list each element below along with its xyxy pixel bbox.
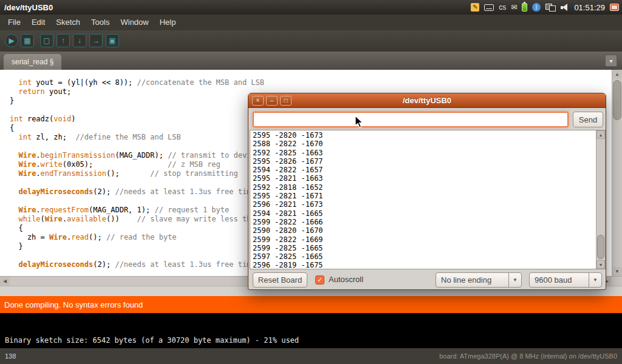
- footer-bar: 138 board: ATmega328P(A) @ 8 MHz (intern…: [0, 348, 622, 364]
- save-sketch-button[interactable]: ↓: [73, 34, 86, 47]
- autoscroll-label[interactable]: Autoscroll: [329, 275, 363, 284]
- minimize-button[interactable]: –: [266, 96, 278, 106]
- keyboard-layout-indicator[interactable]: cs: [499, 3, 506, 12]
- serial-data-row: 2599 -2822 -1666: [253, 218, 323, 226]
- reset-board-button[interactable]: Reset Board: [253, 272, 307, 288]
- serial-data-row: 2596 -2819 -1675: [253, 261, 323, 269]
- serial-data-row: 2595 -2826 -1677: [253, 157, 323, 166]
- top-panel: /dev/ttyUSB0 ✎cs✉ᛒ01:51:29: [0, 0, 622, 15]
- menu-help[interactable]: Help: [154, 15, 182, 30]
- serial-scroll-up-icon[interactable]: ▲: [596, 130, 605, 139]
- console-text: Binary sketch size: 6542 bytes (of a 307…: [5, 336, 299, 345]
- serial-monitor-titlebar[interactable]: ×–□ /dev/ttyUSB0: [248, 93, 606, 108]
- console-output: Binary sketch size: 6542 bytes (of a 307…: [0, 313, 622, 348]
- system-tray: ✎cs✉ᛒ01:51:29: [471, 0, 619, 15]
- new-sketch-button[interactable]: ▢: [40, 34, 53, 47]
- serial-data-row: 2595 -2821 -1663: [253, 174, 323, 183]
- serial-monitor-title: /dev/ttyUSB0: [248, 93, 606, 108]
- dropdown-arrow-icon[interactable]: ▼: [589, 273, 601, 287]
- new-sketch-icon: ▢: [43, 37, 50, 44]
- serial-data-row: 2590 -2820 -1670: [253, 226, 323, 235]
- menu-window[interactable]: Window: [115, 15, 154, 30]
- editor-scrollbar-thumb[interactable]: [613, 80, 621, 120]
- serial-data-row: 2599 -2825 -1665: [253, 244, 323, 252]
- baud-rate-select[interactable]: 9600 baud ▼: [529, 272, 602, 288]
- menu-sketch[interactable]: Sketch: [50, 15, 86, 30]
- close-button[interactable]: ×: [252, 96, 264, 106]
- mail-icon[interactable]: ✉: [511, 3, 517, 12]
- upload-icon: →: [92, 37, 100, 44]
- serial-output[interactable]: 2595 -2820 -16732588 -2822 -16702592 -28…: [250, 130, 606, 269]
- tab-serial-read[interactable]: serial_read §: [4, 54, 61, 70]
- volume-icon[interactable]: [561, 4, 569, 12]
- bluetooth-icon[interactable]: ᛒ: [532, 3, 541, 12]
- line-ending-select[interactable]: No line ending ▼: [436, 272, 522, 288]
- clock[interactable]: 01:51:29: [574, 3, 605, 12]
- keyboard-icon[interactable]: [484, 4, 494, 11]
- menu-edit[interactable]: Edit: [26, 15, 50, 30]
- panel-window-title: /dev/ttyUSB0: [4, 3, 53, 12]
- baud-rate-value: 9600 baud: [535, 273, 572, 287]
- scroll-down-icon[interactable]: ▼: [612, 267, 622, 276]
- serial-data-row: 2595 -2820 -1673: [253, 131, 323, 140]
- serial-data-row: 2592 -2825 -1663: [253, 149, 323, 157]
- battery-icon[interactable]: [522, 3, 527, 12]
- serial-data-row: 2592 -2818 -1652: [253, 183, 323, 192]
- serial-data-row: 2597 -2825 -1665: [253, 252, 323, 261]
- scroll-left-icon[interactable]: ◀: [0, 277, 10, 286]
- stop-icon: ▦: [24, 37, 30, 44]
- autoscroll-checkbox[interactable]: ✓: [315, 275, 324, 285]
- open-sketch-icon: ↑: [61, 37, 65, 44]
- editor-vertical-scrollbar[interactable]: ▲ ▼: [612, 70, 622, 276]
- session-icon[interactable]: [610, 4, 619, 11]
- board-info: board: ATmega328P(A) @ 8 MHz (internal) …: [439, 352, 617, 360]
- serial-monitor-icon: ▣: [109, 37, 115, 44]
- window-controls: ×–□: [252, 96, 292, 106]
- menu-bar: FileEditSketchToolsWindowHelp: [0, 15, 622, 30]
- open-sketch-button[interactable]: ↑: [56, 34, 70, 47]
- line-ending-value: No line ending: [441, 273, 491, 287]
- send-button[interactable]: Send: [573, 112, 603, 127]
- serial-data-row: 2588 -2822 -1670: [253, 140, 323, 148]
- serial-scrollbar-thumb[interactable]: [597, 235, 604, 259]
- serial-output-lines: 2595 -2820 -16732588 -2822 -16702592 -28…: [253, 131, 323, 269]
- scroll-up-icon[interactable]: ▲: [612, 70, 622, 79]
- tab-label: serial_read §: [12, 58, 53, 66]
- network-icon[interactable]: [545, 4, 556, 12]
- serial-data-row: 2596 -2821 -1673: [253, 200, 323, 209]
- maximize-button[interactable]: □: [280, 96, 292, 106]
- status-message: Done compiling. No syntax errors found: [4, 300, 143, 309]
- menu-file[interactable]: File: [2, 15, 26, 30]
- save-sketch-icon: ↓: [78, 37, 81, 44]
- serial-data-row: 2594 -2822 -1657: [253, 166, 323, 174]
- verify-button[interactable]: ▶: [5, 34, 18, 47]
- stop-button[interactable]: ▦: [21, 34, 34, 47]
- status-bar: Done compiling. No syntax errors found: [0, 296, 622, 313]
- serial-monitor-button[interactable]: ▣: [106, 34, 119, 47]
- tab-bar: serial_read § ▾: [0, 52, 622, 70]
- serial-monitor-window: ×–□ /dev/ttyUSB0 Send 2595 -2820 -167325…: [248, 93, 606, 290]
- serial-data-row: 2599 -2822 -1669: [253, 235, 323, 244]
- line-number-indicator: 138: [5, 352, 16, 360]
- dropdown-arrow-icon[interactable]: ▼: [508, 273, 521, 287]
- code-line: int yout = (yl|(yh << 8)); //concatenate…: [10, 78, 622, 87]
- verify-icon: ▶: [9, 37, 14, 44]
- notes-indicator-icon[interactable]: ✎: [471, 3, 479, 12]
- serial-input[interactable]: [253, 112, 569, 127]
- serial-data-row: 2594 -2821 -1665: [253, 209, 323, 218]
- tab-menu-icon: ▾: [609, 58, 612, 64]
- serial-scrollbar[interactable]: ▲ ▼: [596, 130, 605, 269]
- menu-tools[interactable]: Tools: [86, 15, 115, 30]
- serial-data-row: 2595 -2821 -1671: [253, 192, 323, 200]
- check-icon: ✓: [317, 276, 323, 283]
- serial-scroll-down-icon[interactable]: ▼: [596, 260, 605, 269]
- toolbar: ▶▦▢↑↓→▣: [0, 30, 622, 52]
- upload-button[interactable]: →: [89, 34, 103, 47]
- tab-menu-button[interactable]: ▾: [605, 55, 617, 67]
